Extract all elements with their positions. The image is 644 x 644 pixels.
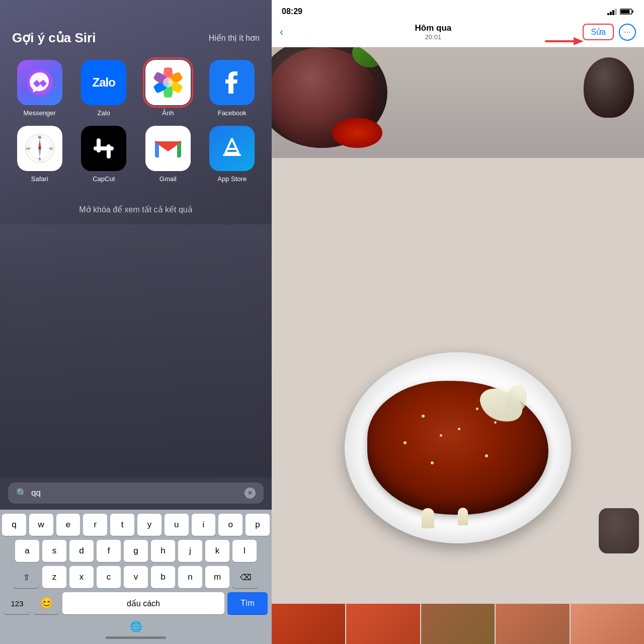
svg-text:E: E [50, 146, 53, 151]
blur-area [0, 224, 272, 477]
svg-text:N: N [38, 135, 41, 139]
more-button[interactable]: ··· [619, 24, 636, 41]
nav-subtitle: 20:01 [415, 33, 452, 41]
key-u[interactable]: u [165, 514, 189, 536]
thumb-1[interactable] [272, 604, 345, 644]
app-item-facebook[interactable]: Facebook [205, 60, 260, 117]
key-shift[interactable]: ⇧ [13, 566, 39, 588]
nav-actions: Sửa ··· [583, 24, 636, 41]
back-button[interactable]: ‹ [280, 26, 283, 39]
globe-icon[interactable]: 🌐 [130, 620, 142, 632]
app-item-photos[interactable]: Ảnh [140, 60, 196, 117]
key-emoji[interactable]: 😊 [33, 592, 59, 614]
app-label-appstore: App Store [217, 175, 247, 183]
keyboard-row-3: ⇧ z x c v b n m ⌫ [2, 566, 270, 588]
key-w[interactable]: w [29, 514, 53, 536]
show-less-button[interactable]: Hiển thị ít hơn [209, 33, 260, 43]
key-b[interactable]: b [151, 566, 175, 588]
status-bar: 08:29 [272, 0, 644, 19]
key-a[interactable]: a [15, 540, 39, 562]
key-space[interactable]: dấu cách [62, 592, 224, 614]
search-input[interactable]: qq [31, 488, 240, 498]
thumb-2[interactable] [346, 604, 420, 644]
app-item-safari[interactable]: N S E W Safari [12, 126, 67, 183]
red-arrow-annotation [543, 31, 584, 53]
key-f[interactable]: f [97, 540, 121, 562]
app-icon-messenger[interactable] [17, 60, 62, 105]
svg-rect-25 [107, 144, 111, 158]
app-icon-zalo[interactable]: Zalo [81, 60, 126, 105]
app-item-gmail[interactable]: Gmail [140, 126, 196, 183]
photo-content [272, 47, 644, 604]
key-e[interactable]: e [56, 514, 80, 536]
keyboard-bottom-row: 123 😊 dấu cách Tìm [2, 592, 270, 614]
svg-rect-31 [612, 10, 614, 15]
app-item-appstore[interactable]: App Store [205, 126, 260, 183]
keyboard-row-1: q w e r t y u i o p [2, 514, 270, 536]
siri-header: Gợi ý của Siri Hiển thị ít hơn [0, 0, 272, 54]
thumb-3[interactable] [421, 604, 495, 644]
app-item-capcut[interactable]: CapCut [76, 126, 132, 183]
search-bar[interactable]: 🔍 qq ✕ [8, 482, 264, 504]
app-item-zalo[interactable]: Zalo Zalo [76, 60, 132, 117]
status-icons [607, 8, 634, 15]
left-panel: Gợi ý của Siri Hiển thị ít hơn [0, 0, 272, 644]
key-m[interactable]: m [205, 566, 229, 588]
svg-rect-35 [621, 10, 630, 14]
key-s[interactable]: s [42, 540, 66, 562]
sauce-bowl [332, 118, 382, 148]
thumb-5[interactable] [571, 604, 644, 644]
app-icon-gmail[interactable] [145, 126, 191, 171]
key-z[interactable]: z [42, 566, 66, 588]
key-p[interactable]: p [246, 514, 270, 536]
edit-button[interactable]: Sửa [583, 24, 614, 40]
app-icon-safari[interactable]: N S E W [17, 126, 62, 171]
key-q[interactable]: q [2, 514, 26, 536]
svg-rect-34 [632, 11, 633, 13]
svg-text:S: S [38, 157, 41, 162]
siri-title: Gợi ý của Siri [12, 30, 96, 46]
app-item-messenger[interactable]: Messenger [12, 60, 67, 117]
key-x[interactable]: x [69, 566, 94, 588]
key-backspace[interactable]: ⌫ [232, 566, 259, 588]
home-bar [106, 636, 166, 639]
key-k[interactable]: k [205, 540, 229, 562]
key-y[interactable]: y [137, 514, 162, 536]
nav-center: Hôm qua 20:01 [415, 23, 452, 41]
svg-rect-24 [97, 138, 101, 152]
status-time: 08:29 [282, 7, 302, 16]
thumbnail-strip [272, 604, 644, 644]
key-num[interactable]: 123 [4, 592, 30, 614]
app-label-photos: Ảnh [162, 109, 174, 117]
key-t[interactable]: t [110, 514, 134, 536]
key-g[interactable]: g [124, 540, 148, 562]
key-search[interactable]: Tìm [227, 592, 268, 614]
bowl-right [584, 57, 634, 118]
key-h[interactable]: h [151, 540, 175, 562]
key-v[interactable]: v [124, 566, 148, 588]
app-grid: Messenger Zalo Zalo [0, 54, 272, 195]
search-clear-button[interactable]: ✕ [245, 488, 256, 499]
search-bar-area: 🔍 qq ✕ [0, 477, 272, 510]
thumb-4[interactable] [496, 604, 569, 644]
key-j[interactable]: j [178, 540, 202, 562]
app-label-capcut: CapCut [93, 175, 115, 183]
keyboard: q w e r t y u i o p a s d f g h j k l ⇧ … [0, 510, 272, 644]
nav-bar: ‹ Hôm qua 20:01 Sửa ··· [272, 19, 644, 47]
main-plate [345, 352, 571, 543]
app-icon-appstore[interactable] [209, 126, 255, 171]
app-label-gmail: Gmail [159, 175, 177, 183]
key-d[interactable]: d [69, 540, 94, 562]
app-icon-photos[interactable] [145, 60, 191, 105]
app-icon-capcut[interactable] [81, 126, 126, 171]
key-r[interactable]: r [83, 514, 107, 536]
app-icon-facebook[interactable] [209, 60, 255, 105]
key-c[interactable]: c [97, 566, 121, 588]
signal-icon [607, 8, 617, 15]
zalo-logo: Zalo [81, 60, 126, 105]
keyboard-row-2: a s d f g h j k l [2, 540, 270, 562]
key-n[interactable]: n [178, 566, 202, 588]
key-o[interactable]: o [218, 514, 243, 536]
key-l[interactable]: l [232, 540, 257, 562]
key-i[interactable]: i [192, 514, 216, 536]
